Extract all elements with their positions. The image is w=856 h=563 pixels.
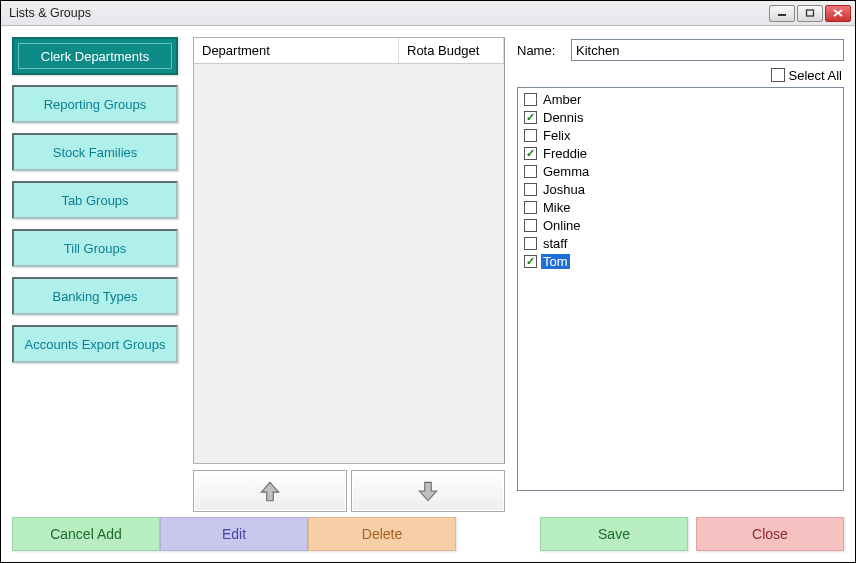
list-item-label: Felix <box>541 128 572 143</box>
maximize-icon <box>805 9 815 17</box>
arrow-down-icon <box>415 478 441 504</box>
list-item-label: Amber <box>541 92 583 107</box>
window-title: Lists & Groups <box>5 6 91 20</box>
list-item[interactable]: Online <box>522 216 839 234</box>
list-item[interactable]: Tom <box>522 252 839 270</box>
button-row: Cancel Add Edit Delete Save Close <box>12 517 844 551</box>
list-item-checkbox[interactable] <box>524 165 537 178</box>
list-item-checkbox[interactable] <box>524 93 537 106</box>
move-up-button[interactable] <box>193 470 347 512</box>
window-buttons <box>769 5 851 22</box>
list-item[interactable]: Felix <box>522 126 839 144</box>
list-item-label: Online <box>541 218 583 233</box>
grid-header: Department Rota Budget <box>194 38 504 64</box>
close-icon <box>833 9 843 17</box>
list-item-label: staff <box>541 236 569 251</box>
list-item[interactable]: Freddie <box>522 144 839 162</box>
list-item-checkbox[interactable] <box>524 201 537 214</box>
grid-column-department[interactable]: Department <box>194 38 399 63</box>
list-item[interactable]: Amber <box>522 90 839 108</box>
grid-panel: Department Rota Budget <box>193 37 505 464</box>
close-window-button[interactable] <box>825 5 851 22</box>
sidebar-item[interactable]: Till Groups <box>12 229 178 267</box>
minimize-icon <box>777 9 787 17</box>
close-button[interactable]: Close <box>696 517 844 551</box>
list-item-checkbox[interactable] <box>524 237 537 250</box>
list-item-label: Gemma <box>541 164 591 179</box>
list-item-checkbox[interactable] <box>524 111 537 124</box>
name-row: Name: <box>517 37 844 63</box>
list-item-label: Dennis <box>541 110 585 125</box>
sidebar: Clerk DepartmentsReporting GroupsStock F… <box>12 37 184 373</box>
right-panel: Name: Select All AmberDennisFelixFreddie… <box>517 37 844 502</box>
list-item-checkbox[interactable] <box>524 147 537 160</box>
grid-column-rota-budget[interactable]: Rota Budget <box>399 38 504 63</box>
delete-button[interactable]: Delete <box>308 517 456 551</box>
titlebar: Lists & Groups <box>1 1 855 26</box>
save-button[interactable]: Save <box>540 517 688 551</box>
arrow-up-icon <box>257 478 283 504</box>
content-area: Clerk DepartmentsReporting GroupsStock F… <box>1 26 855 562</box>
sidebar-item[interactable]: Reporting Groups <box>12 85 178 123</box>
sidebar-item[interactable]: Banking Types <box>12 277 178 315</box>
sidebar-item[interactable]: Tab Groups <box>12 181 178 219</box>
list-item-label: Mike <box>541 200 572 215</box>
select-all-checkbox[interactable] <box>771 68 785 82</box>
list-item[interactable]: staff <box>522 234 839 252</box>
list-item[interactable]: Joshua <box>522 180 839 198</box>
maximize-button[interactable] <box>797 5 823 22</box>
select-all-row: Select All <box>517 63 844 87</box>
sidebar-item[interactable]: Clerk Departments <box>12 37 178 75</box>
list-item[interactable]: Gemma <box>522 162 839 180</box>
select-all-label: Select All <box>789 68 842 83</box>
reorder-row <box>193 470 505 512</box>
list-item-checkbox[interactable] <box>524 219 537 232</box>
name-label: Name: <box>517 43 563 58</box>
list-item[interactable]: Mike <box>522 198 839 216</box>
member-list[interactable]: AmberDennisFelixFreddieGemmaJoshuaMikeOn… <box>517 87 844 491</box>
list-item-label: Freddie <box>541 146 589 161</box>
sidebar-item-label: Clerk Departments <box>18 43 172 69</box>
svg-rect-1 <box>807 10 814 16</box>
name-input[interactable] <box>571 39 844 61</box>
edit-button[interactable]: Edit <box>160 517 308 551</box>
sidebar-item[interactable]: Accounts Export Groups <box>12 325 178 363</box>
list-item-checkbox[interactable] <box>524 255 537 268</box>
move-down-button[interactable] <box>351 470 505 512</box>
list-item-checkbox[interactable] <box>524 129 537 142</box>
cancel-add-button[interactable]: Cancel Add <box>12 517 160 551</box>
list-item-label: Tom <box>541 254 570 269</box>
list-item-checkbox[interactable] <box>524 183 537 196</box>
list-item[interactable]: Dennis <box>522 108 839 126</box>
list-item-label: Joshua <box>541 182 587 197</box>
sidebar-item[interactable]: Stock Families <box>12 133 178 171</box>
minimize-button[interactable] <box>769 5 795 22</box>
